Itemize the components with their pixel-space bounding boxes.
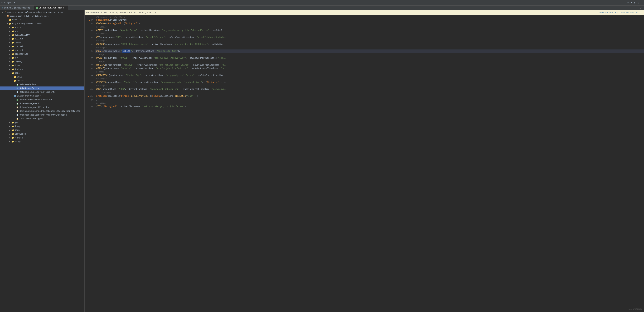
tab-dbdriver-close[interactable]: ✕ bbox=[65, 7, 66, 9]
top-bar-icons: ⊕ ≡ ⇅ ⚙ — bbox=[627, 1, 642, 4]
embedded-db-icon: E bbox=[16, 99, 19, 101]
sidebar-item-json[interactable]: ▶ 📁 json bbox=[0, 128, 84, 132]
sidebar-item-ds-builder-runtime[interactable]: ▶ C DataSourceBuilderRuntimeHints bbox=[0, 90, 84, 94]
sidebar-item-logging[interactable]: ▶ 📁 logging bbox=[0, 136, 84, 140]
metadata-label: metadata bbox=[17, 80, 27, 82]
folder-init-icon: 📁 bbox=[14, 76, 16, 78]
init-arrow: ▶ bbox=[11, 76, 14, 78]
meta-inf-arrow: ▶ bbox=[6, 19, 9, 21]
sidebar-item-meta-inf[interactable]: ▶ 📁 META-INF bbox=[0, 18, 84, 22]
sidebar-item-unsupported-ds[interactable]: ▶ C UnsupportedDataSourcePropertyExcepti… bbox=[0, 113, 84, 117]
codeline-28-content: POSTGRESQL( productName: "PostgreSQL", d… bbox=[95, 74, 644, 77]
origin-arrow: ▶ bbox=[9, 141, 11, 143]
expand-editor-icon[interactable]: ⤢ bbox=[639, 6, 644, 10]
sidebar-item-xa-wrapper[interactable]: ▶ I XADataSourceWrapper bbox=[0, 117, 84, 121]
root-arrow: ▼ bbox=[2, 12, 4, 13]
cloud-label: cloud bbox=[15, 42, 21, 44]
sidebar-item-builder[interactable]: ▶ 📁 builder bbox=[0, 37, 84, 41]
root-label: Maven: org.springframework.boot:spring-b… bbox=[8, 11, 63, 13]
info-bar-links: Download Sources Choose Sources... bbox=[598, 12, 642, 14]
linenum-29: 29 bbox=[91, 81, 93, 84]
project-icon: 🗂 bbox=[2, 2, 4, 4]
jms-label: jms bbox=[15, 121, 18, 124]
usage-line-after-30: no usages bbox=[84, 91, 644, 94]
sidebar-item-spring-jdbc-depends[interactable]: ▶ I SpringJdbcDependsOnDatabaseInitializ… bbox=[0, 109, 84, 113]
sidebar-item-jdbc[interactable]: ▼ 📁 jdbc bbox=[0, 71, 84, 75]
dropdown-arrow[interactable]: ▼ bbox=[14, 2, 15, 4]
sidebar-item-context[interactable]: ▶ 📁 context bbox=[0, 45, 84, 48]
download-sources-link[interactable]: Download Sources bbox=[598, 12, 618, 14]
tab-dbdriver[interactable]: E DatabaseDriver.class ✕ bbox=[34, 6, 68, 10]
sidebar-jar[interactable]: ▼ 📦 spring-boot-3.0.6.jar library root bbox=[0, 14, 84, 18]
tab-pom-close[interactable]: ✕ bbox=[32, 7, 32, 9]
sqlite-highlight: SQLite bbox=[122, 50, 130, 53]
sidebar-item-ansi[interactable]: ▶ 📁 ansi bbox=[0, 29, 84, 33]
sidebar-item-jackson[interactable]: ▶ 📁 jackson bbox=[0, 67, 84, 71]
minimize-icon[interactable]: — bbox=[641, 1, 642, 4]
choose-sources-link[interactable]: Choose Sources... bbox=[621, 12, 642, 14]
sidebar-item-liquibase[interactable]: ▶ 📁 liquibase bbox=[0, 132, 84, 136]
code-container[interactable]: 23 usages 7 inheritors ● 19 public enum … bbox=[84, 15, 644, 312]
sidebar-item-org-springframework[interactable]: ▼ 📁 org.springframework.boot bbox=[0, 22, 84, 26]
code-line-34: 34 }, bbox=[84, 98, 644, 101]
codeline-25-content: MYSQL( productName: "MySQL", driverClass… bbox=[95, 56, 644, 60]
code-line-28: 28 POSTGRESQL( productName: "PostgreSQL"… bbox=[84, 74, 644, 77]
settings-icon[interactable]: ⚙ bbox=[638, 1, 639, 4]
expand-icon[interactable]: ⇅ bbox=[634, 1, 636, 4]
sidebar-item-datasource-builder[interactable]: ▶ C DataSourceBuilder bbox=[0, 86, 84, 90]
usage-line-after-29: no usages bbox=[84, 84, 644, 87]
admin-label: admin bbox=[15, 26, 21, 29]
sidebar-item-origin[interactable]: ▶ 📁 origin bbox=[0, 140, 84, 143]
sidebar-item-jooq[interactable]: ▶ 📁 jooq bbox=[0, 124, 84, 128]
env-arrow: ▶ bbox=[9, 57, 11, 59]
folder-jackson-icon: 📁 bbox=[11, 68, 14, 71]
sidebar-item-schema-mgmt[interactable]: ▶ E SchemaManagement bbox=[0, 102, 84, 105]
usage-text-after-24: 1 usage bbox=[95, 53, 104, 56]
globe-icon[interactable]: ⊕ bbox=[627, 1, 628, 4]
jdbc-arrow: ▼ bbox=[9, 72, 11, 74]
code-line-31: ● 31 ▽ protected Collection<String> getU… bbox=[84, 94, 644, 98]
sidebar-item-flyway[interactable]: ▶ 📁 flyway bbox=[0, 60, 84, 64]
sidebar-item-jms[interactable]: ▶ 📁 jms bbox=[0, 121, 84, 124]
json-label: json bbox=[15, 129, 20, 131]
tab-pom[interactable]: m pom.xml (application) ✕ bbox=[0, 6, 34, 10]
folder-builder-icon: 📁 bbox=[11, 38, 14, 40]
folder-springframework-icon: 📁 bbox=[9, 23, 12, 25]
sidebar-item-schema-provider[interactable]: ▶ I SchemaManagementProvider bbox=[0, 105, 84, 109]
sidebar-item-diagnostics[interactable]: ▶ 📁 diagnostics bbox=[0, 52, 84, 56]
sidebar-item-info[interactable]: ▶ 📁 info bbox=[0, 64, 84, 67]
info-bar: Decompiled .class file, bytecode version… bbox=[84, 10, 644, 15]
linenum-20: 20 bbox=[91, 22, 93, 26]
sidebar-item-availability[interactable]: ▶ 📁 availability bbox=[0, 33, 84, 37]
origin-label: origin bbox=[15, 140, 22, 143]
sidebar-item-init[interactable]: ▶ 📁 init bbox=[0, 75, 84, 79]
ds-runtime-icon: C bbox=[16, 91, 19, 93]
admin-arrow: ▶ bbox=[9, 27, 11, 29]
sidebar-item-env[interactable]: ▶ 📁 env bbox=[0, 56, 84, 60]
env-label: env bbox=[15, 57, 18, 59]
code-line-19: ● 19 public enum DatabaseDriver { bbox=[84, 18, 644, 22]
jooq-arrow: ▶ bbox=[9, 125, 11, 127]
sidebar-item-cloud[interactable]: ▶ 📁 cloud bbox=[0, 41, 84, 45]
ds-builder-label: DataSourceBuilder bbox=[20, 87, 40, 90]
convert-label: convert bbox=[15, 49, 23, 52]
usage-line-after-20: no usages bbox=[84, 25, 644, 29]
usage-line-after-28: no usages bbox=[84, 77, 644, 81]
folder-json-icon: 📁 bbox=[11, 129, 14, 132]
usage-line-after-27: 1 usage bbox=[84, 70, 644, 74]
list-icon[interactable]: ≡ bbox=[630, 1, 632, 4]
context-label: context bbox=[15, 45, 23, 48]
availability-arrow: ▶ bbox=[9, 34, 11, 36]
folder-logging-icon: 📁 bbox=[11, 137, 14, 139]
jackson-label: jackson bbox=[15, 68, 23, 71]
sidebar-item-convert[interactable]: ▶ 📁 convert bbox=[0, 48, 84, 52]
project-label[interactable]: 🗂 Project ▼ bbox=[2, 2, 15, 4]
jar-label: spring-boot-3.0.6.jar library root bbox=[10, 15, 48, 17]
sidebar-item-ds-unwrapper[interactable]: ▶ C DataSourceUnwrapper bbox=[0, 94, 84, 98]
sidebar-root[interactable]: ▼ M Maven: org.springframework.boot:spri… bbox=[0, 10, 84, 14]
sidebar-item-database-driver[interactable]: ▶ E DatabaseDriver bbox=[0, 83, 84, 86]
sidebar-item-metadata[interactable]: ▶ 📁 metadata bbox=[0, 79, 84, 83]
logging-arrow: ▶ bbox=[9, 137, 11, 139]
sidebar-item-admin[interactable]: ▶ 📁 admin bbox=[0, 26, 84, 29]
sidebar-item-embedded-db[interactable]: ▶ E EmbeddedDatabaseConnection bbox=[0, 98, 84, 102]
